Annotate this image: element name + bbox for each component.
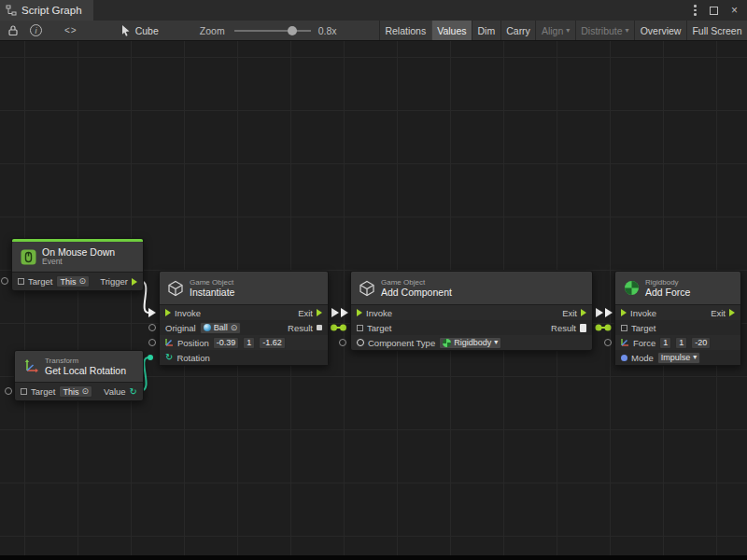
trigger-label: Trigger [100, 276, 128, 287]
lock-icon[interactable] [7, 24, 19, 36]
flow-input-port[interactable] [357, 309, 362, 316]
position-x-input[interactable]: -0.39 [213, 337, 240, 349]
port-row: Invoke Exit [615, 305, 740, 320]
mode-label: Mode [631, 353, 654, 363]
menu-icon[interactable] [694, 5, 697, 16]
caret-down-icon: ▾ [566, 27, 570, 35]
port-row: Target This ⊙ Trigger [12, 273, 143, 290]
force-x-input[interactable]: 1 [659, 337, 671, 349]
force-z-input[interactable]: -20 [691, 337, 711, 349]
position-z-input[interactable]: -1.62 [259, 337, 286, 349]
component-result-port[interactable] [580, 324, 586, 332]
component-type-value: Rigidbody [454, 338, 491, 347]
node-title: Instantiate [190, 287, 234, 298]
zoom-slider[interactable] [234, 25, 311, 36]
window-tab[interactable]: Script Graph [0, 0, 93, 21]
force-y-input[interactable]: 1 [675, 337, 687, 349]
invoke-label: Invoke [630, 308, 656, 318]
overview-button[interactable]: Overview [634, 21, 686, 40]
original-label: Original [165, 323, 196, 333]
node-header: Game Object Add Component [351, 272, 592, 305]
target-label: Target [31, 386, 55, 397]
fullscreen-button[interactable]: Full Screen [686, 21, 747, 40]
window-bottom-edge [0, 555, 747, 560]
port-row: Target This ⊙ Value ↻ [15, 383, 143, 400]
graph-context-label: Cube [135, 25, 159, 36]
component-type-dropdown[interactable]: Rigidbody ▾ [439, 337, 501, 349]
flow-output-port[interactable] [581, 309, 586, 316]
carry-button[interactable]: Carry [500, 21, 536, 40]
quaternion-output-port[interactable]: ↻ [130, 387, 137, 397]
value-input-port[interactable] [1, 277, 8, 285]
original-object-field[interactable]: Ball ⊙ [200, 322, 242, 334]
relations-button[interactable]: Relations [379, 21, 431, 40]
values-button[interactable]: Values [431, 21, 472, 40]
toolbar-buttons: Relations Values Dim Carry Align ▾ Distr… [379, 21, 747, 40]
node-category: Game Object [190, 278, 234, 287]
dim-button[interactable]: Dim [472, 21, 500, 40]
node-add-force[interactable]: Rigidbody Add Force Invoke Exit [614, 271, 741, 366]
game-object-type-icon [357, 325, 363, 331]
script-graph-window: Script Graph × i <> Cube Zoom 0.8x Relat… [0, 0, 747, 560]
target-object-field[interactable]: This ⊙ [59, 385, 92, 398]
vector3-icon [621, 338, 629, 348]
graph-context[interactable]: Cube [120, 24, 159, 36]
node-on-mouse-down[interactable]: On Mouse Down Event Target This ⊙ [11, 238, 144, 291]
result-output-port[interactable] [317, 325, 322, 330]
value-input-port[interactable] [148, 324, 156, 331]
zoom-slider-track [234, 30, 311, 32]
type-icon [357, 339, 364, 346]
mouse-event-icon [20, 248, 36, 265]
component-type-label: Component Type [368, 338, 435, 348]
exit-label: Exit [711, 308, 726, 318]
value-input-port[interactable] [339, 339, 346, 346]
target-value: This [60, 277, 76, 287]
value-input-port[interactable] [5, 387, 12, 395]
force-label: Force [633, 338, 655, 348]
node-header: Transform Get Local Rotation [15, 351, 143, 383]
node-get-local-rotation[interactable]: Transform Get Local Rotation Target This… [14, 350, 144, 401]
object-picker-icon[interactable]: ⊙ [231, 324, 238, 332]
node-add-component[interactable]: Game Object Add Component Invoke Exit [350, 271, 593, 351]
flow-output-port[interactable] [317, 309, 322, 316]
position-y-input[interactable]: 1 [243, 337, 255, 349]
toolbar: i <> Cube Zoom 0.8x Relations Values Dim… [0, 21, 747, 41]
graph-canvas[interactable]: On Mouse Down Event Target This ⊙ [0, 41, 747, 560]
target-object-field[interactable]: This ⊙ [56, 275, 90, 287]
object-picker-icon[interactable]: ⊙ [81, 387, 89, 396]
flow-output-port[interactable] [729, 309, 735, 316]
rigidbody-icon [443, 339, 451, 347]
port-row: Component Type Rigidbody ▾ [351, 335, 592, 350]
value-label: Value [104, 386, 126, 397]
object-picker-icon[interactable]: ⊙ [78, 277, 86, 286]
port-row: Target Result [351, 320, 592, 335]
info-icon[interactable]: i [30, 24, 42, 36]
close-icon[interactable]: × [731, 5, 738, 16]
window-tab-label: Script Graph [21, 5, 82, 16]
flow-input-port[interactable] [621, 309, 627, 316]
maximize-icon[interactable] [710, 7, 718, 15]
port-row: ↻ Rotation [160, 350, 328, 365]
code-icon[interactable]: <> [64, 25, 78, 35]
flow-output-port[interactable] [132, 278, 137, 286]
zoom-label: Zoom [200, 25, 225, 36]
zoom-slider-thumb[interactable] [288, 26, 297, 35]
node-category: Transform [45, 357, 126, 365]
target-label: Target [367, 323, 391, 333]
value-input-port[interactable] [148, 339, 156, 346]
invoke-label: Invoke [366, 308, 392, 318]
node-title: Get Local Rotation [45, 365, 126, 376]
distribute-button[interactable]: Distribute ▾ [575, 21, 634, 40]
vector3-icon [165, 338, 174, 348]
flow-input-port[interactable] [165, 309, 171, 316]
node-instantiate[interactable]: Game Object Instantiate Invoke Exit [159, 271, 329, 366]
align-button[interactable]: Align ▾ [535, 21, 574, 40]
force-mode-dropdown[interactable]: Impulse ▾ [657, 352, 701, 364]
quaternion-input-port[interactable]: ↻ [165, 353, 173, 362]
node-category: Rigidbody [645, 278, 690, 287]
value-input-port[interactable] [604, 339, 612, 346]
original-value: Ball [214, 323, 228, 332]
distribute-label: Distribute [581, 25, 622, 36]
node-header: On Mouse Down Event [12, 242, 143, 273]
rigidbody-icon [623, 280, 640, 297]
